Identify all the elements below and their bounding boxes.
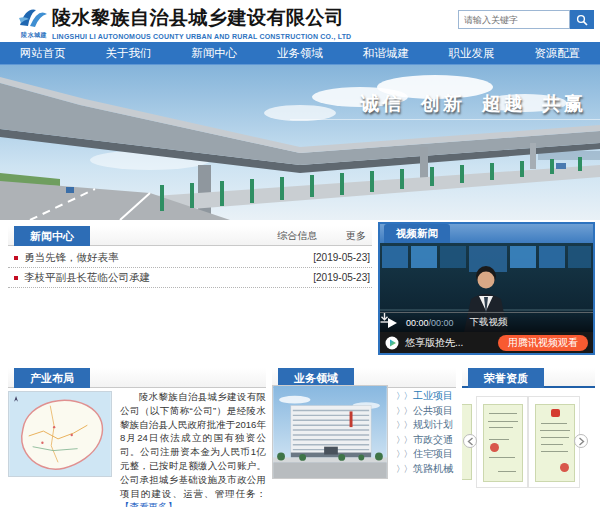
business-link-public[interactable]: 〉〉公共项目 (396, 404, 453, 419)
main-navigation: 网站首页 关于我们 新闻中心 业务领域 和谐城建 职业发展 资源配置 (0, 42, 600, 65)
search-icon (576, 14, 588, 26)
logo-caption: 陵水城建 (15, 31, 53, 40)
page: 陵水城建 陵水黎族自治县城乡建设有限公司 LINGSHUI LI AUTONOM… (0, 0, 600, 507)
certificate-panel (528, 396, 580, 488)
video-caption: 悠享版抢先... (405, 336, 463, 350)
chevron-left-icon (467, 437, 474, 446)
national-emblem-icon (551, 409, 560, 417)
news-link[interactable]: 李枝平副县长莅临公司承建 (24, 271, 150, 285)
honors-section: 荣誉资质 (462, 368, 595, 495)
company-title-block: 陵水黎族自治县城乡建设有限公司 LINGSHUI LI AUTONOMOUS C… (52, 5, 351, 40)
business-areas-list: 〉〉工业项目 〉〉公共项目 〉〉规划计划 〉〉市政交通 〉〉住宅项目 〉〉筑路机… (396, 389, 453, 476)
chevron-right-icon (578, 437, 585, 446)
hainan-map-image (8, 391, 112, 477)
news-more-link[interactable]: 更多 (346, 230, 366, 241)
tab-news-center[interactable]: 新闻中心 (14, 226, 90, 246)
red-seal-icon (560, 463, 569, 472)
business-link-planning[interactable]: 〉〉规划计划 (396, 418, 453, 433)
search-button[interactable] (570, 10, 594, 29)
banner-slogan: 诚信 创新 超越 共赢 (360, 91, 586, 117)
nav-item-business[interactable]: 业务领域 (257, 42, 343, 64)
certificate-image[interactable] (483, 404, 523, 482)
tab-video-news[interactable]: 视频新闻 (384, 224, 450, 243)
industry-layout-section: 产业布局 陵水黎族自治县城乡建设有限公司（以下简称“公司”）是经陵水黎族自治县人… (8, 368, 266, 495)
double-chevron-icon: 〉〉 (396, 449, 411, 459)
business-link-municipal-traffic[interactable]: 〉〉市政交通 (396, 433, 453, 448)
business-link-industrial[interactable]: 〉〉工业项目 (396, 389, 453, 404)
video-news-section: 视频新闻 (378, 222, 595, 355)
business-link-road-machinery[interactable]: 〉〉筑路机械 (396, 462, 453, 477)
video-controls-bar: 00:00/00:00 下载视频 (380, 312, 593, 332)
play-icon[interactable] (388, 318, 397, 328)
tencent-video-logo-icon (385, 336, 399, 350)
video-section-header: 视频新闻 (380, 224, 593, 243)
red-seal-icon (490, 443, 499, 452)
nav-item-news[interactable]: 新闻中心 (171, 42, 257, 64)
company-name: 陵水黎族自治县城乡建设有限公司 (52, 5, 351, 31)
company-name-english: LINGSHUI LI AUTONOMOUS COUNTY URBAN AND … (52, 33, 351, 40)
carousel-next-button[interactable] (574, 434, 588, 448)
tencent-video-bar: 悠享版抢先... 用腾讯视频观看 (380, 332, 593, 353)
news-list: 勇当先锋，做好表率 [2019-05-23] 李枝平副县长莅临公司承建 [201… (8, 248, 372, 288)
office-building-image (272, 385, 388, 479)
watch-on-tencent-button[interactable]: 用腾讯视频观看 (498, 335, 588, 351)
company-intro-paragraph: 陵水黎族自治县城乡建设有限公司（以下简称“公司”）是经陵水黎族自治县人民政府批准… (120, 390, 266, 507)
download-icon (380, 313, 389, 323)
company-logo-icon (17, 4, 51, 28)
tab-honors[interactable]: 荣誉资质 (468, 368, 544, 388)
company-intro-text: 陵水黎族自治县城乡建设有限公司（以下简称“公司”）是经陵水黎族自治县人民政府批准… (120, 391, 266, 499)
search-box (458, 10, 594, 29)
carousel-prev-button[interactable] (463, 434, 477, 448)
business-link-residential[interactable]: 〉〉住宅项目 (396, 447, 453, 462)
nav-item-career[interactable]: 职业发展 (429, 42, 515, 64)
search-input[interactable] (458, 10, 570, 29)
double-chevron-icon: 〉〉 (396, 391, 411, 401)
video-time: 00:00/00:00 (406, 318, 454, 328)
hero-banner: 诚信 创新 超越 共赢 (0, 65, 600, 220)
site-header: 陵水城建 陵水黎族自治县城乡建设有限公司 LINGSHUI LI AUTONOM… (0, 0, 600, 42)
industry-section-header: 产业布局 (8, 368, 266, 388)
nav-item-home[interactable]: 网站首页 (0, 42, 86, 64)
video-player[interactable]: 00:00/00:00 下载视频 (380, 243, 593, 332)
highway-banner-image (0, 65, 600, 220)
news-row: 勇当先锋，做好表率 [2019-05-23] (8, 248, 372, 268)
double-chevron-icon: 〉〉 (396, 406, 411, 416)
news-row: 李枝平副县长莅临公司承建 [2019-05-23] (8, 268, 372, 288)
news-link[interactable]: 勇当先锋，做好表率 (24, 251, 119, 265)
news-date: [2019-05-23] (313, 272, 370, 283)
double-chevron-icon: 〉〉 (396, 435, 411, 445)
double-chevron-icon: 〉〉 (396, 464, 411, 474)
banner-slogan-underline (290, 119, 600, 120)
certificate-image[interactable] (535, 404, 575, 482)
double-chevron-icon: 〉〉 (396, 420, 411, 430)
business-areas-section: 业务领域 (272, 368, 456, 495)
nav-item-harmony[interactable]: 和谐城建 (343, 42, 429, 64)
honors-section-header: 荣誉资质 (462, 368, 595, 388)
nav-item-about[interactable]: 关于我们 (86, 42, 172, 64)
news-section: 新闻中心 综合信息 更多 勇当先锋，做好表率 [2019-05-23] 李枝平副… (8, 226, 372, 288)
certificate-panel (476, 396, 528, 488)
bullet-icon (14, 276, 18, 280)
nav-item-resources[interactable]: 资源配置 (514, 42, 600, 64)
download-video-button[interactable]: 下载视频 (470, 316, 508, 329)
certificates-carousel (462, 396, 595, 488)
company-logo[interactable]: 陵水城建 (15, 4, 53, 40)
bullet-icon (14, 256, 18, 260)
news-filter-general[interactable]: 综合信息 (277, 230, 317, 241)
view-more-link[interactable]: 【查看更多】 (120, 501, 177, 507)
news-date: [2019-05-23] (313, 252, 370, 263)
tab-industry-layout[interactable]: 产业布局 (14, 368, 90, 388)
news-section-header: 新闻中心 综合信息 更多 (8, 226, 372, 246)
